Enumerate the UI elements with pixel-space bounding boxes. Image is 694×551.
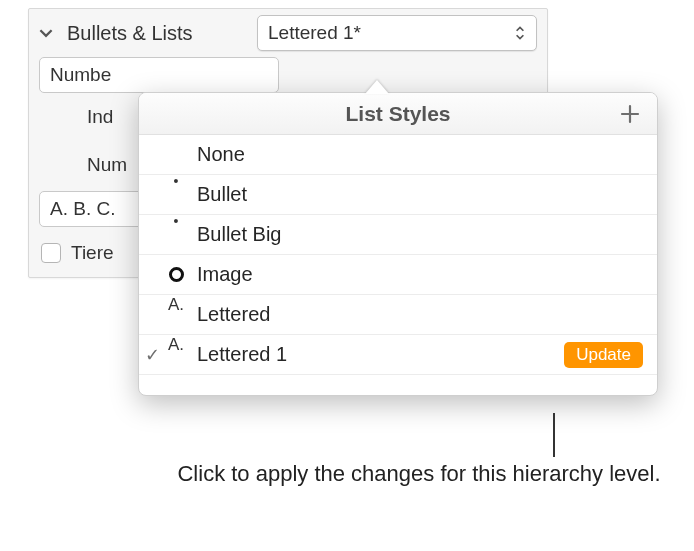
disclosure-chevron[interactable] <box>39 26 53 40</box>
popover-title: List Styles <box>345 102 450 126</box>
callout-leader-line <box>553 413 555 457</box>
style-item-label: Lettered 1 <box>197 343 287 366</box>
list-style-select-value: Lettered 1* <box>268 22 361 44</box>
style-item-label: None <box>197 143 245 166</box>
letter-a-icon: A. <box>165 295 187 315</box>
checkmark-icon: ✓ <box>139 344 165 366</box>
tiered-checkbox[interactable] <box>41 243 61 263</box>
list-styles-popover: List Styles None • Bullet • Bullet Big I… <box>138 92 658 396</box>
callout-text: Click to apply the changes for this hier… <box>174 460 664 489</box>
style-item-lettered-1[interactable]: ✓ A. Lettered 1 Update <box>139 335 657 375</box>
popover-arrow <box>365 80 389 94</box>
bullet-type-select[interactable]: Numbe <box>39 57 279 93</box>
style-item-label: Bullet <box>197 183 247 206</box>
add-style-button[interactable] <box>613 97 647 131</box>
chevron-up-down-icon <box>514 24 526 42</box>
list-style-select[interactable]: Lettered 1* <box>257 15 537 51</box>
style-item-none[interactable]: None <box>139 135 657 175</box>
letter-a-icon: A. <box>165 335 187 355</box>
number-format-value: A. B. C. <box>50 198 115 220</box>
update-button[interactable]: Update <box>564 342 643 368</box>
bullet-dot-icon: • <box>165 213 187 229</box>
popover-header: List Styles <box>139 93 657 135</box>
bullet-dot-icon: • <box>165 173 187 189</box>
bullet-type-value: Numbe <box>50 64 111 86</box>
style-item-bullet-big[interactable]: • Bullet Big <box>139 215 657 255</box>
style-item-label: Lettered <box>197 303 270 326</box>
style-item-overflow <box>139 375 657 395</box>
style-item-lettered[interactable]: A. Lettered <box>139 295 657 335</box>
image-ring-icon <box>165 263 187 286</box>
section-title: Bullets & Lists <box>59 22 193 45</box>
style-item-bullet[interactable]: • Bullet <box>139 175 657 215</box>
style-item-image[interactable]: Image <box>139 255 657 295</box>
style-item-label: Image <box>197 263 253 286</box>
tiered-label: Tiere <box>71 242 114 264</box>
style-item-label: Bullet Big <box>197 223 282 246</box>
